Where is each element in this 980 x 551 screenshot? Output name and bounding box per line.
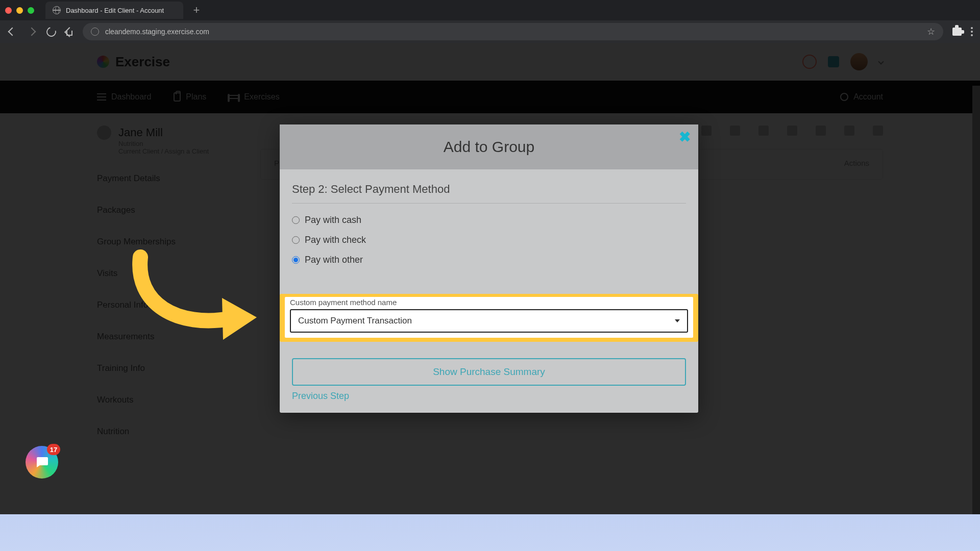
pay-other-label: Pay with other xyxy=(305,255,363,265)
globe-icon xyxy=(53,6,61,14)
tab-title: Dashboard - Edit Client - Account xyxy=(66,7,164,14)
scrollbar[interactable] xyxy=(972,86,980,514)
maximize-window-icon[interactable] xyxy=(28,7,34,14)
pay-check-label: Pay with check xyxy=(305,235,366,245)
site-info-icon xyxy=(91,28,99,36)
tab-strip: Dashboard - Edit Client - Account + xyxy=(0,0,980,20)
reload-button[interactable] xyxy=(46,27,56,37)
browser-tab[interactable]: Dashboard - Edit Client - Account xyxy=(45,2,183,19)
url-bar[interactable]: cleandemo.staging.exercise.com ☆ xyxy=(83,23,943,40)
pay-check-radio[interactable] xyxy=(292,236,300,244)
browser-window: Dashboard - Edit Client - Account + clea… xyxy=(0,0,980,514)
custom-payment-value: Custom Payment Transaction xyxy=(298,316,412,326)
bookmark-icon[interactable]: ☆ xyxy=(927,26,935,37)
app-viewport: Exercise Dashboard Plans Exercises Accou… xyxy=(0,43,980,514)
minimize-window-icon[interactable] xyxy=(16,7,23,14)
custom-payment-select[interactable]: Custom Payment Transaction xyxy=(290,309,688,333)
chat-launcher[interactable]: 17 xyxy=(26,446,58,479)
chat-unread-badge: 17 xyxy=(47,444,60,455)
pay-check-option[interactable]: Pay with check xyxy=(292,235,686,245)
highlight-annotation: Custom payment method name Custom Paymen… xyxy=(280,294,698,342)
custom-payment-label: Custom payment method name xyxy=(290,298,688,307)
pay-cash-label: Pay with cash xyxy=(305,215,361,226)
browser-toolbar: cleandemo.staging.exercise.com ☆ xyxy=(0,20,980,43)
previous-step-link[interactable]: Previous Step xyxy=(292,391,349,402)
divider xyxy=(292,203,686,204)
step-heading: Step 2: Select Payment Method xyxy=(292,183,686,196)
new-tab-button[interactable]: + xyxy=(189,4,204,17)
home-button[interactable] xyxy=(65,28,74,36)
url-text: cleandemo.staging.exercise.com xyxy=(105,28,209,36)
pay-cash-option[interactable]: Pay with cash xyxy=(292,215,686,226)
extensions-icon[interactable] xyxy=(952,28,962,36)
back-button[interactable] xyxy=(7,27,17,37)
modal-title: Add to Group xyxy=(444,138,534,156)
add-to-group-modal: Add to Group ✖ Step 2: Select Payment Me… xyxy=(280,124,698,413)
modal-close-button[interactable]: ✖ xyxy=(678,129,691,145)
window-controls xyxy=(5,7,34,14)
pay-other-radio[interactable] xyxy=(292,256,300,264)
pay-other-option[interactable]: Pay with other xyxy=(292,255,686,265)
modal-header: Add to Group ✖ xyxy=(280,124,698,169)
pay-cash-radio[interactable] xyxy=(292,216,300,224)
show-purchase-summary-button[interactable]: Show Purchase Summary xyxy=(292,358,686,386)
close-window-icon[interactable] xyxy=(5,7,12,14)
forward-button[interactable] xyxy=(27,27,37,37)
browser-menu-icon[interactable] xyxy=(971,27,973,36)
chat-icon xyxy=(36,457,48,467)
modal-body: Step 2: Select Payment Method Pay with c… xyxy=(280,169,698,413)
